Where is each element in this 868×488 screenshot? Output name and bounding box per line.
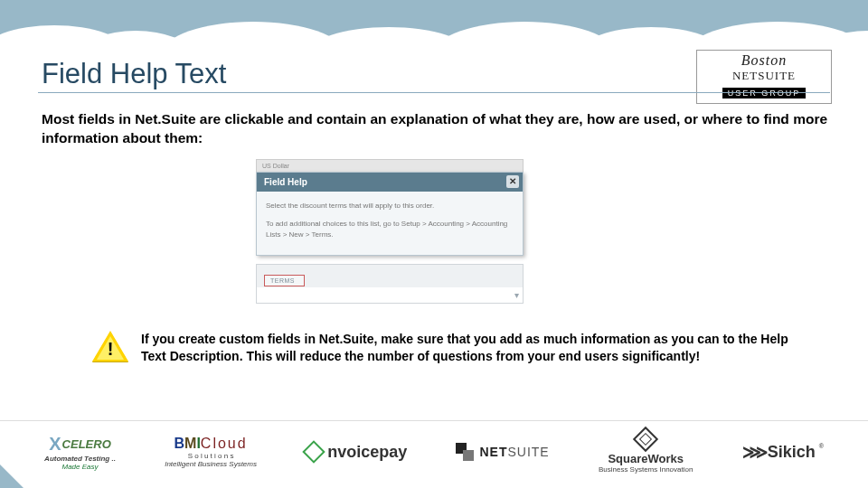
squareworks-icon	[633, 427, 658, 452]
brand-line1: Boston	[701, 52, 827, 69]
popup-title: Field Help	[264, 177, 307, 187]
sponsor-squareworks: SquareWorks Business Systems Innovation	[599, 430, 693, 474]
tip-row: ! If you create custom fields in Net.Sui…	[87, 331, 801, 365]
sponsor-sikich: ⋙ Sikich ®	[742, 441, 824, 463]
tip-text: If you create custom fields in Net.Suite…	[141, 331, 801, 365]
sponsor-nvoicepay: nvoicepay	[306, 443, 407, 462]
brand-line2: NETSUITE	[701, 69, 827, 83]
sponsor-bmi: BMICloud S o l u t i o n s Intelligent B…	[165, 436, 257, 468]
chevron-down-icon: ▾	[514, 290, 519, 300]
bmi-sub2: Intelligent Business Systems	[165, 460, 257, 468]
title-underline	[38, 92, 830, 93]
brand-line3: USER GROUP	[722, 88, 807, 99]
squareworks-sub: Business Systems Innovation	[599, 465, 693, 474]
popup-header: Field Help ✕	[257, 173, 523, 192]
registered-mark: ®	[819, 443, 824, 449]
nvoicepay-name: nvoicepay	[327, 443, 407, 462]
sponsor-xcelero: XCELERO Automated Testing .. Made Easy	[44, 434, 116, 471]
squareworks-name: SquareWorks	[608, 452, 684, 465]
sponsor-netsuite: NETSUITE	[456, 443, 549, 461]
brand-box: Boston NETSUITE USER GROUP	[696, 50, 832, 104]
field-context-label: US Dollar	[262, 163, 289, 169]
sikich-icon: ⋙	[742, 441, 764, 463]
slide: Field Help Text Boston NETSUITE USER GRO…	[0, 0, 868, 488]
bmi-cloud: Cloud	[201, 436, 248, 451]
xcelero-name: CELERO	[62, 437, 111, 451]
xcelero-sub2: Made Easy	[62, 463, 99, 471]
close-icon[interactable]: ✕	[506, 175, 519, 188]
popup-line1: Select the discount terms that will appl…	[266, 201, 514, 211]
slide-title: Field Help Text	[42, 58, 226, 90]
netsuite-bold: NET	[479, 445, 507, 459]
nvoicepay-icon	[302, 440, 325, 463]
field-help-popup: Field Help ✕ Select the discount terms t…	[256, 172, 524, 256]
sponsor-footer: XCELERO Automated Testing .. Made Easy B…	[0, 421, 868, 488]
netsuite-icon	[456, 443, 474, 461]
xcelero-sub1: Automated Testing ..	[44, 455, 116, 463]
popup-body: Select the discount terms that will appl…	[257, 192, 523, 255]
popup-line2: To add additional choices to this list, …	[266, 219, 514, 240]
terms-dropdown[interactable]: ▾	[256, 287, 524, 304]
warning-icon: !	[92, 331, 128, 363]
bmi-sub1: S o l u t i o n s	[188, 452, 234, 460]
intro-text: Most fields in Net.Suite are clickable a…	[42, 110, 828, 148]
netsuite-light: SUITE	[507, 445, 549, 459]
sikich-name: Sikich	[768, 443, 816, 462]
terms-label-highlighted[interactable]: TERMS	[264, 275, 305, 286]
